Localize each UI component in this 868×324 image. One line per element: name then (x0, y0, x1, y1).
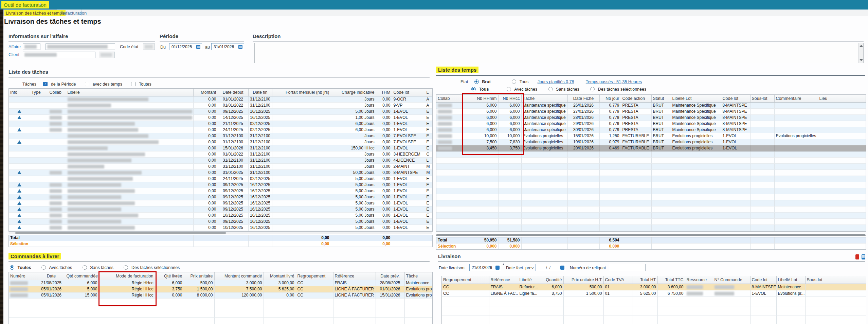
table-row[interactable]: 0,0001/01/202231/12/2100Jours0,003-HEBER… (9, 151, 432, 157)
column-header[interactable]: Type (30, 89, 48, 96)
column-header[interactable]: Libellé (518, 276, 540, 284)
radio-tous-etat[interactable] (512, 79, 516, 84)
column-header[interactable] (829, 276, 866, 284)
date-livraison-input[interactable] (469, 264, 501, 271)
affaire-name-field[interactable] (46, 43, 115, 50)
column-header[interactable]: Libellé (66, 89, 193, 96)
table-row[interactable]: 0,0031/01/202531/12/210050,00 Jours0,008… (9, 169, 432, 176)
radio-avec-taches-cmd[interactable] (41, 265, 46, 270)
column-header[interactable]: Code lot (392, 89, 425, 96)
table-row[interactable]: 21/08/20256,000Régie HHcc6,000500,003 00… (9, 280, 432, 286)
checkbox-de-la-periode[interactable] (43, 82, 48, 86)
periode-du-value[interactable] (171, 44, 195, 50)
radio-des-taches-selectionnees[interactable] (590, 87, 595, 91)
date-livraison-value[interactable] (471, 265, 494, 270)
column-header[interactable]: L (425, 89, 432, 96)
column-header[interactable]: Code action (621, 95, 651, 102)
table-row[interactable]: 0,0024/11/202502/12/20256,00 Jours0,001-… (9, 127, 432, 133)
table-row[interactable]: 6,0006,000Maintenance spécifique26/01/20… (436, 102, 866, 108)
table-row[interactable]: 10,00010,000Evolutions progicielles15/01… (436, 133, 866, 139)
link-temps-passes[interactable]: Temps passés : 51,35 Heures (586, 79, 642, 84)
radio-toutes[interactable] (10, 265, 14, 270)
tab-refacturation[interactable]: Refacturation (57, 10, 82, 16)
column-header[interactable]: Numéro (9, 272, 38, 280)
column-header[interactable]: Charge indicative (331, 89, 376, 96)
table-row[interactable]: 0,0031/12/210031/12/2100Jours0,004-LICEN… (9, 157, 432, 163)
table-row[interactable]: 0,0009/12/202516/12/20255,00 Jours0,001-… (9, 218, 432, 224)
checkbox-toutes[interactable] (131, 82, 135, 86)
taches-hscrollbar[interactable] (8, 232, 432, 234)
table-row[interactable]: 0,0021/11/202502/12/20256,00 Jours0,001-… (9, 121, 432, 127)
column-header[interactable]: Total HT (633, 276, 657, 284)
column-header[interactable]: Sous-lot (750, 95, 774, 102)
table-row[interactable]: 0,0001/01/202231/12/2100Jours0,009-VPA (9, 102, 432, 108)
affaire-code-field[interactable] (23, 43, 40, 50)
column-header[interactable]: Statut (651, 95, 671, 102)
periode-au-value[interactable] (213, 44, 237, 50)
tab-livraison-taches-temps[interactable]: Livraison des tâches et temps (3, 10, 57, 16)
column-header[interactable]: Nb HHmm (463, 95, 498, 102)
table-row[interactable]: 0,0031/12/210031/12/2100Jours0,007-EVOLS… (9, 133, 432, 139)
table-row[interactable]: 0,0010/12/202516/12/20255,00 Jours0,001-… (9, 224, 432, 231)
column-header[interactable]: Code lot (750, 276, 776, 284)
numero-reliquat-input[interactable] (609, 264, 646, 271)
radio-des-taches-selectionnees-cmd[interactable] (124, 265, 128, 270)
column-header[interactable]: Date fin (248, 89, 272, 96)
column-header[interactable]: Montant (193, 89, 218, 96)
radio-sans-taches-cmd[interactable] (83, 265, 87, 270)
app-tab-close-icon[interactable]: × (39, 1, 41, 7)
radio-sans-taches[interactable] (548, 87, 553, 91)
table-row[interactable]: 0,0031/12/210031/12/2100Jours0,007-EVOLS… (9, 139, 432, 145)
column-header[interactable]: Info (9, 89, 30, 96)
table-row[interactable]: 0,0010/12/202516/12/20255,00 Jours0,001-… (9, 212, 432, 218)
periode-du-input[interactable] (169, 43, 202, 50)
column-header[interactable]: Collab (436, 95, 463, 102)
column-header[interactable]: Commentaire (774, 95, 818, 102)
table-row[interactable]: 6,0006,000Maintenance spécifique27/01/20… (436, 108, 866, 114)
checkbox-avec-des-temps[interactable] (85, 82, 89, 86)
table-row[interactable]: 0,0009/12/202516/12/20255,00 Jours0,001-… (9, 194, 432, 200)
delete-icon[interactable] (855, 254, 859, 259)
column-header[interactable]: Tâche (404, 272, 432, 280)
column-header[interactable]: Libellé Lot (776, 276, 805, 284)
periode-au-input[interactable] (211, 43, 244, 50)
column-header[interactable]: Référence (489, 276, 518, 284)
table-row[interactable]: 0,0024/11/202502/12/20255,00 Jours0,001-… (9, 176, 432, 182)
description-scrollbar[interactable] (858, 43, 863, 63)
date-fact-prev-value[interactable] (537, 265, 559, 270)
calendar-icon[interactable] (560, 266, 564, 270)
column-header[interactable]: Date début (218, 89, 248, 96)
table-row[interactable]: 0,0009/12/202516/12/20255,00 Jours0,001-… (9, 200, 432, 206)
table-row[interactable]: 0,0015/01/202631/12/2100150,00 HHcc0,001… (9, 145, 432, 151)
column-header[interactable]: Prix unitaire (184, 272, 214, 280)
table-row[interactable]: 0,0001/01/202231/12/2100Jours0,009-OCRA (9, 96, 432, 102)
column-header[interactable]: Collab (48, 89, 66, 96)
app-tab[interactable]: Outil de facturation (1, 1, 49, 8)
column-header[interactable]: THM (376, 89, 392, 96)
column-header[interactable]: Date Fiche (567, 95, 599, 102)
date-fact-prev-input[interactable] (536, 264, 566, 271)
radio-tous[interactable] (471, 87, 476, 91)
column-header[interactable]: Code TVA (603, 276, 633, 284)
column-header[interactable]: Prix unitaire H.T (563, 276, 603, 284)
column-header[interactable]: Quantité (540, 276, 563, 284)
column-header[interactable]: Forfait mensuel (nb jrs) (272, 89, 331, 96)
column-header[interactable]: Référence (333, 272, 376, 280)
column-header[interactable]: Regroupement (442, 276, 489, 284)
column-header[interactable]: Code lot (721, 95, 750, 102)
column-header[interactable]: Date prév. (376, 272, 404, 280)
table-row[interactable]: 7,5007,830Evolutions progicielles19/01/2… (436, 139, 866, 145)
column-header[interactable]: Qté commandée (65, 272, 99, 280)
table-row[interactable]: CCFRAISRefactur...6,000500,00013 000,003… (442, 284, 866, 290)
link-jours-planifies[interactable]: Jours planifiés 0,78 (538, 79, 574, 84)
table-row[interactable]: 3,4503,750Evolutions progicielles20/01/2… (436, 145, 866, 151)
temps-hscrollbar[interactable] (436, 234, 866, 236)
scroll-up-icon[interactable] (860, 45, 863, 47)
table-row[interactable]: 0,0009/12/202516/12/20255,00 Jours0,001-… (9, 206, 432, 212)
table-row[interactable]: CCLIGNE À FAC...Ligne fa...3,7501 500,00… (442, 290, 866, 296)
column-header[interactable]: Montant commandé (214, 272, 264, 280)
table-row[interactable]: 6,0006,000Maintenance spécifique28/01/20… (436, 114, 866, 121)
scrollbar-thumb[interactable] (15, 232, 226, 234)
column-header[interactable]: Regroupement (296, 272, 333, 280)
column-header[interactable]: Nb jour (599, 95, 621, 102)
